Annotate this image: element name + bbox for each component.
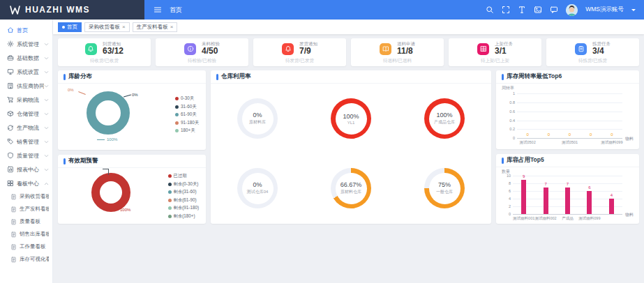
topnav-home[interactable]: 首页	[170, 6, 182, 15]
tab-purchase-receive-board[interactable]: 采购收货看板×	[84, 22, 130, 32]
stat-card-top: 上架任务3/1	[451, 41, 539, 56]
sidebar: 首页系统管理基础数据系统设置供应商协同采购物流仓储管理生产物流销售管理质量管理报…	[0, 20, 53, 283]
sidebar-item-production-issue-board[interactable]: 生产发料看板	[0, 203, 52, 215]
panel-validity-warning: 有效期预警 100% 已过期剩余(0-30天)剩余(31-60)剩余(61-90…	[58, 155, 206, 224]
callout-line	[78, 91, 86, 95]
sidebar-item-production-logistics[interactable]: 生产物流	[0, 121, 52, 135]
gauge-inner: 75%一般仓库	[429, 173, 460, 204]
gridline	[513, 176, 622, 176]
sidebar-item-sales-mgmt[interactable]: 销售管理	[0, 135, 52, 148]
bar	[587, 191, 592, 214]
bar-value-label: 4	[611, 193, 613, 197]
home-icon	[7, 26, 14, 33]
donut-callout-label: 0%	[68, 88, 74, 92]
tab-production-issue-board[interactable]: 生产发料看板×	[133, 22, 178, 32]
username[interactable]: WMS演示账号	[585, 6, 624, 14]
document-icon	[10, 257, 17, 263]
sidebar-item-report-center[interactable]: 报表中心	[0, 162, 52, 176]
chevron-down-icon	[44, 98, 49, 102]
close-icon[interactable]: ×	[170, 24, 174, 30]
sidebar-item-home[interactable]: 首页	[0, 23, 52, 37]
font-size-icon[interactable]	[518, 6, 526, 14]
sidebar-item-supplier-collab[interactable]: 供应商协同	[0, 79, 52, 93]
layout-icon[interactable]	[534, 6, 542, 14]
gauge-value: 75%	[438, 181, 451, 188]
sidebar-item-warehouse-mgmt[interactable]: 仓储管理	[0, 107, 52, 121]
age-donut-chart: 0-30天31-60天61-90天91-180天180+天 0%0%100%	[58, 84, 206, 149]
document-icon	[10, 231, 17, 238]
sidebar-item-workload-board[interactable]: 工作量看板	[0, 240, 52, 253]
x-axis-name: 物料	[625, 136, 634, 142]
legend-item: 剩余(31-60)	[168, 189, 199, 195]
building-icon	[7, 82, 14, 89]
tab-label: 首页	[67, 24, 77, 31]
stat-card-texts: 上架任务3/1	[495, 41, 513, 56]
sidebar-item-label: 工作量看板	[20, 243, 49, 250]
sidebar-item-system-config[interactable]: 系统设置	[0, 65, 52, 79]
panel-warehouse-utilization: 仓库利用率 0%原材料库100%YL1100%产成品仓库0%测试仓库0466.6…	[211, 70, 491, 224]
panel-title: 仓库利用率	[221, 72, 251, 81]
tab-home[interactable]: 首页	[58, 22, 82, 32]
gridline	[517, 102, 622, 103]
document-icon	[10, 194, 17, 200]
sidebar-item-purchase-logistics[interactable]: 采购物流	[0, 93, 52, 107]
sidebar-item-inventory-visual-board[interactable]: 库存可视化看板	[0, 253, 52, 266]
sidebar-item-quality-mgmt[interactable]: 质量管理	[0, 148, 52, 162]
y-tick-label: 6	[509, 189, 511, 193]
bell-icon	[85, 43, 97, 55]
fullscreen-icon[interactable]	[502, 6, 510, 14]
legend-item: 31-60天	[175, 104, 199, 110]
chevron-down-icon	[44, 153, 49, 158]
stat-card-value: 3/1	[495, 47, 513, 56]
book-icon	[380, 43, 391, 55]
message-icon[interactable]	[550, 6, 558, 14]
stat-card-arrival-notice: 到货通知63/12待收货/已收货	[58, 38, 151, 66]
avatar[interactable]	[566, 4, 578, 16]
legend-item: 180+天	[175, 128, 199, 134]
sidebar-item-quality-board[interactable]: 质量看板	[0, 215, 52, 228]
y-axis-name: 周转率	[502, 85, 514, 91]
topbar: HUAZHI WMS 首页 WMS演示账号	[0, 0, 644, 20]
stat-card-top: 来料检验4/50	[158, 41, 246, 56]
chevron-down-icon	[44, 112, 49, 116]
stat-card-top: 到货通知63/12	[61, 41, 148, 56]
legend-label: 剩余(180+)	[174, 213, 195, 220]
donut-ring	[91, 173, 130, 212]
bar-value-label: 6	[588, 185, 590, 190]
sidebar-item-sales-outbound-board[interactable]: 销售出库看板	[0, 228, 52, 240]
y-tick-label: 0.8	[509, 100, 515, 105]
capacity-bar-chart: 数量物料02468109测试物料0017测试物料0027产成品6测试物料0994	[496, 167, 639, 223]
stat-card-texts: 拣货任务3/4	[592, 41, 611, 56]
sidebar-item-purchase-receive-board[interactable]: 采购收货看板	[0, 190, 52, 203]
dashboard-content: 到货通知63/12待收货/已收货来料检验4/50待检验/已检验发货通知7/9待发…	[53, 34, 644, 283]
legend-dot	[168, 190, 172, 194]
gauge-产成品仓库: 100%产成品仓库	[424, 98, 465, 139]
legend-dot	[168, 215, 172, 218]
hamburger-icon[interactable]	[153, 6, 162, 14]
gauge-inner: 66.67%原材料仓库	[336, 173, 367, 204]
y-tick-label: 0.2	[509, 127, 515, 131]
gauge-inner: 100%产成品仓库	[429, 103, 460, 135]
sidebar-item-system-mgmt[interactable]: 系统管理	[0, 37, 52, 51]
legend-label: 剩余(61-90)	[174, 197, 197, 204]
stat-card-putaway-task: 上架任务3/1待上架/已上架	[449, 38, 541, 66]
gridline	[517, 112, 622, 112]
chevron-down-icon	[631, 9, 636, 13]
gauge-测试仓库04: 0%测试仓库04	[237, 168, 278, 208]
chevron-down-icon	[44, 84, 49, 89]
title-accent-bar	[63, 74, 66, 80]
close-icon[interactable]: ×	[122, 24, 126, 30]
box-icon	[7, 110, 14, 117]
sidebar-item-base-data[interactable]: 基础数据	[0, 51, 52, 65]
tabbar: 首页采购收货看板×生产发料看板×	[53, 20, 644, 34]
sidebar-item-board-center[interactable]: 看板中心	[0, 176, 52, 190]
search-icon[interactable]	[486, 6, 494, 14]
panel-capacity-top5: 库容占用Top5 数量物料02468109测试物料0017测试物料0027产成品…	[496, 154, 639, 224]
y-tick-label: 4	[509, 197, 511, 201]
legend-dot	[175, 129, 179, 132]
gauge-value: 66.67%	[340, 181, 362, 188]
gridline	[517, 129, 622, 130]
panel-header: 仓库利用率	[211, 70, 491, 84]
stat-card-caption: 待检验/已检验	[158, 58, 246, 64]
chart-legend: 已过期剩余(0-30天)剩余(31-60)剩余(61-90)剩余(91-180)…	[168, 173, 199, 220]
